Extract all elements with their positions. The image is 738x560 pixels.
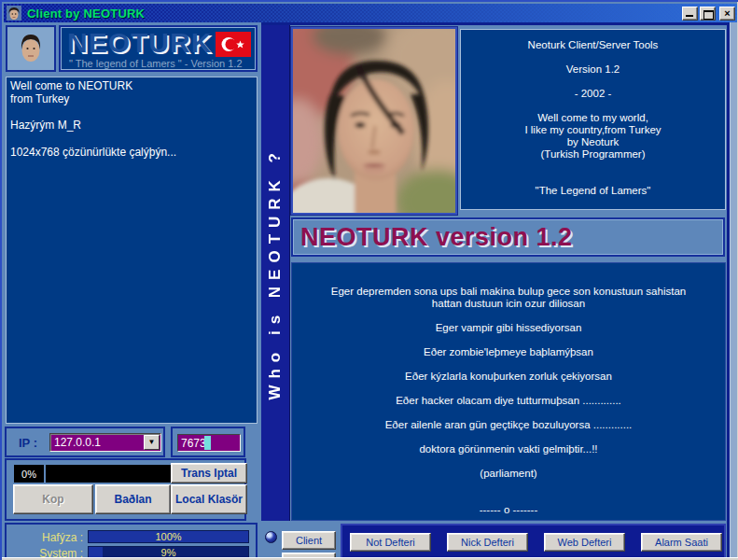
memory-bar: 100%: [88, 530, 249, 543]
kop-button[interactable]: Kop: [13, 484, 93, 514]
baglan-button[interactable]: Baðlan: [95, 484, 171, 514]
memory-value: 100%: [89, 531, 248, 542]
minimize-button[interactable]: [682, 7, 698, 21]
portrait-photo: [291, 27, 457, 215]
memory-label: Hafýza :: [7, 531, 83, 544]
version-banner-text: NEOTURK version 1.2: [293, 223, 573, 252]
frame-line-top: [261, 22, 729, 25]
turkish-flag-icon: [216, 32, 251, 57]
trans-iptal-button[interactable]: Trans Iptal: [171, 463, 247, 483]
port-group: [171, 427, 245, 457]
transfer-progressbar: [46, 465, 171, 483]
nick-defteri-button[interactable]: Nick Defteri: [447, 533, 528, 552]
stats-group: Hafýza : 100% System : 9%: [5, 523, 258, 560]
logo-subtitle: " The legend of Lamers " - Version 1.2: [69, 58, 243, 69]
local-klasor-button[interactable]: Local Klasör: [171, 484, 247, 514]
alarm-saati-button[interactable]: Alarm Saati: [641, 533, 722, 552]
web-defteri-button[interactable]: Web Defteri: [544, 533, 625, 552]
poem-box: Eger depremden sona ups bali makina bulu…: [291, 262, 726, 521]
close-button[interactable]: ×: [719, 7, 735, 21]
maximize-icon: [703, 10, 714, 20]
progress-percent: 0%: [14, 465, 44, 483]
version-banner: NEOTURK version 1.2: [291, 217, 725, 257]
transfer-group: 0% Trans Iptal Kop Baðlan Local Klasör: [5, 458, 246, 521]
welcome-message-box: Well come to NEOTURK from Turkey Hazýrým…: [6, 77, 258, 424]
not-defteri-button[interactable]: Not Defteri: [350, 533, 431, 552]
maximize-button[interactable]: [700, 7, 716, 21]
client-button[interactable]: Client: [282, 531, 336, 550]
brand-name: NEOTURK: [67, 27, 212, 59]
app-icon: [7, 6, 21, 21]
avatar-face-icon: [17, 31, 45, 66]
ip-combobox[interactable]: 127.0.0.1 ▼: [49, 433, 161, 452]
logo-panel: NEOTURK " The legend of Lamers " - Versi…: [59, 25, 258, 72]
status-led: [265, 531, 277, 543]
ip-label: IP :: [19, 436, 37, 450]
chevron-down-icon[interactable]: ▼: [144, 435, 160, 450]
bottom-nav-strip: Not Defteri Nick Defteri Web Defteri Ala…: [341, 524, 726, 560]
stripe-text: Who is NEOTURK ?: [266, 147, 285, 400]
info-box: Neoturk Client/Server Tools Version 1.2 …: [460, 29, 726, 210]
titlebar: Client by NEOTURK ×: [4, 4, 738, 22]
window-title: Client by NEOTURK: [27, 7, 145, 21]
ip-value: 127.0.0.1: [54, 436, 101, 449]
ip-group: IP : 127.0.0.1 ▼: [5, 427, 165, 457]
text-caret: [204, 436, 211, 450]
app-window: Client by NEOTURK × NEOTURK " The legend…: [0, 0, 738, 560]
who-is-neoturk-stripe: Who is NEOTURK ?: [261, 25, 290, 521]
avatar: [6, 25, 56, 72]
minimize-icon: [686, 15, 693, 17]
